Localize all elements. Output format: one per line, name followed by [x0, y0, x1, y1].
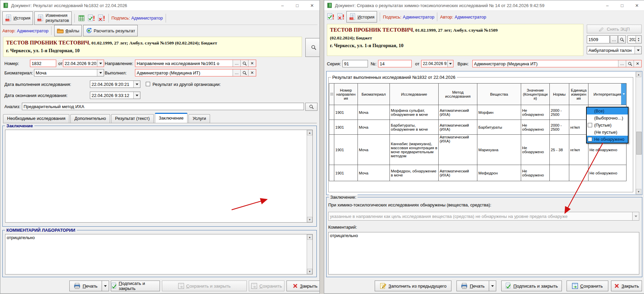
- print-dropdown-button[interactable]: [102, 281, 109, 291]
- cell: [569, 105, 588, 120]
- close-window-button[interactable]: ✕: [630, 0, 644, 10]
- print-dropdown-button[interactable]: [489, 281, 496, 291]
- number-input[interactable]: 1832: [30, 60, 56, 67]
- exec-date-combo[interactable]: 22.04.2026 9:20:21: [90, 80, 140, 88]
- scroll-thumb[interactable]: [636, 132, 642, 155]
- search-button[interactable]: [240, 69, 248, 76]
- checkbox-icon[interactable]: [588, 137, 592, 141]
- column-header[interactable]: Биоматериал: [358, 84, 390, 105]
- accept-document-icon-button[interactable]: [87, 14, 96, 23]
- fill-from-previous-button[interactable]: Заполнить из предыдущего: [375, 281, 451, 291]
- result-changes-button[interactable]: LOG Изменениярезультатов: [34, 11, 71, 25]
- rows-icon: [330, 93, 333, 96]
- cell: Автоматический (ИХА): [439, 105, 477, 120]
- notepad-pencil-icon: [380, 283, 386, 289]
- table-row[interactable]: 1901 Моча Каннабис (марихуана), массовая…: [329, 135, 626, 165]
- other-org-label: Результат из другой организации:: [152, 82, 221, 87]
- reject-document-icon-button[interactable]: [97, 14, 106, 23]
- ellipsis-button[interactable]: …: [618, 60, 626, 67]
- column-header[interactable]: Номер направления: [334, 84, 358, 105]
- doc-date-combo[interactable]: 22.04.2026 9:20:20: [63, 60, 104, 67]
- filter-dropdown-button[interactable]: [621, 84, 626, 105]
- comment-textarea[interactable]: отрицательно: [328, 232, 639, 274]
- doctor-field[interactable]: Администратор (Медицина ИТ) … ✕: [472, 60, 642, 67]
- case-number-input[interactable]: 1509: [587, 35, 610, 43]
- column-header[interactable]: Значение (Концентрация): [521, 84, 550, 105]
- sign-and-close-button[interactable]: Подписать и закрыть: [111, 281, 160, 291]
- conclusion-scrollbar[interactable]: ▲ ▼: [307, 130, 312, 222]
- filter-option-empty[interactable]: (Пустые): [587, 122, 628, 129]
- filter-option-all[interactable]: (Все): [587, 107, 628, 115]
- ellipsis-button[interactable]: …: [233, 69, 240, 76]
- lab-comment-group-label: КОММЕНТАРИЙ ЛАБОРАТОРИИ: [5, 228, 77, 233]
- lab-comment-scrollbar[interactable]: ▲ ▼: [307, 234, 312, 274]
- column-header-interpretation[interactable]: Интерпретация: [588, 84, 626, 105]
- search-button[interactable]: [626, 60, 634, 67]
- table-row[interactable]: 1901 Моча Морфина сульфат, обнаружение в…: [329, 105, 626, 120]
- column-header[interactable]: Вещества: [477, 84, 521, 105]
- doc-date-combo[interactable]: 22.04.2026 9:42: [421, 60, 453, 67]
- checkbox-icon[interactable]: [588, 123, 592, 127]
- calculate-result-button[interactable]: Расчитать результат: [83, 25, 138, 36]
- window-title: Документ: Результат исследований №1832 о…: [11, 3, 127, 8]
- reject-document-icon-button[interactable]: [336, 12, 345, 21]
- tab-conclusion[interactable]: Заключение: [155, 113, 188, 123]
- table-row[interactable]: 1901 Моча Барбитураты, обнаружение в моч…: [329, 120, 626, 135]
- scroll-up-icon: ▲: [307, 234, 312, 240]
- close-button[interactable]: Закрыть: [286, 281, 320, 291]
- minimize-button[interactable]: –: [275, 0, 290, 10]
- tab-result-text[interactable]: Результат (текст): [111, 114, 154, 123]
- series-input[interactable]: 91: [342, 60, 368, 67]
- other-org-checkbox[interactable]: [146, 82, 150, 86]
- end-date-combo[interactable]: 22.04.2026 9:33:12: [90, 92, 140, 99]
- talon-type-select[interactable]: Амбулаторный талон: [587, 46, 642, 54]
- year-spinner[interactable]: 2024▲▼: [628, 35, 642, 43]
- column-header[interactable]: Единица измерения: [569, 84, 588, 105]
- ellipsis-button[interactable]: …: [233, 60, 240, 67]
- maximize-button[interactable]: □: [615, 0, 630, 10]
- certificate-document-window: Документ: Справка о результатах химико-т…: [324, 0, 644, 294]
- close-window-button[interactable]: ✕: [305, 0, 319, 10]
- case-search-button[interactable]: [618, 35, 626, 43]
- history-button[interactable]: LOG История: [346, 11, 377, 23]
- performed-field[interactable]: Администратор (Медицина ИТ) … ✕: [135, 69, 256, 76]
- files-button[interactable]: Файлы: [54, 25, 82, 36]
- sign-and-close-button[interactable]: Подписать и закрыть: [501, 281, 562, 291]
- column-header[interactable]: Нормы: [550, 84, 569, 105]
- biomaterial-select[interactable]: Моча: [34, 69, 104, 76]
- column-header[interactable]: Метод исследования: [439, 84, 477, 105]
- column-header[interactable]: Исследование: [390, 84, 439, 105]
- direction-field[interactable]: Направление на исследования №1901 о … ✕: [135, 60, 256, 67]
- tab-required-tests[interactable]: Необходимые исследования: [3, 114, 69, 123]
- analysis-input[interactable]: Предварительный метод ИХА: [22, 103, 304, 110]
- results-scrollbar[interactable]: ▲ ▼: [636, 72, 641, 194]
- doc-number-input[interactable]: 14: [378, 60, 412, 67]
- clear-button[interactable]: ✕: [248, 60, 256, 67]
- filter-option-not-detected[interactable]: Не обнаружено: [587, 136, 628, 143]
- conclusion-textarea[interactable]: [5, 130, 313, 223]
- minimize-button[interactable]: –: [600, 0, 615, 10]
- filter-option-not-empty[interactable]: (Не пустые): [587, 129, 628, 136]
- print-button[interactable]: Печать: [456, 281, 489, 291]
- search-button[interactable]: [240, 60, 248, 67]
- analysis-search-button[interactable]: [305, 103, 317, 111]
- print-button[interactable]: Печать: [69, 281, 102, 291]
- case-ellipsis-button[interactable]: …: [610, 35, 618, 43]
- search-icon: [628, 62, 632, 66]
- tab-additional[interactable]: Дополнительно: [70, 114, 110, 123]
- patient-search-button[interactable]: [305, 38, 320, 57]
- close-button[interactable]: Закрыть: [611, 281, 642, 291]
- accept-document-icon-button[interactable]: [326, 12, 335, 21]
- patient-details: , 01.02.1999, 27 лет; Амбул. случай №150…: [89, 40, 217, 45]
- history-button[interactable]: LOG История: [2, 11, 33, 25]
- tab-services[interactable]: Услуги: [189, 114, 210, 123]
- lab-comment-textarea[interactable]: отрицательно: [5, 234, 313, 274]
- clear-button[interactable]: ✕: [634, 60, 641, 67]
- filter-option-custom[interactable]: (Выборочно…): [587, 115, 628, 122]
- save-button[interactable]: Сохранить: [567, 281, 608, 291]
- left-toolbar: LOG История LOG Изменениярезультатов Под…: [2, 11, 317, 25]
- grid-icon-button[interactable]: [77, 14, 86, 22]
- table-row[interactable]: 1901 Моча Мефедрон, обнаружение в моче А…: [329, 165, 626, 181]
- clear-button[interactable]: ✕: [248, 69, 256, 76]
- maximize-button[interactable]: □: [290, 0, 305, 10]
